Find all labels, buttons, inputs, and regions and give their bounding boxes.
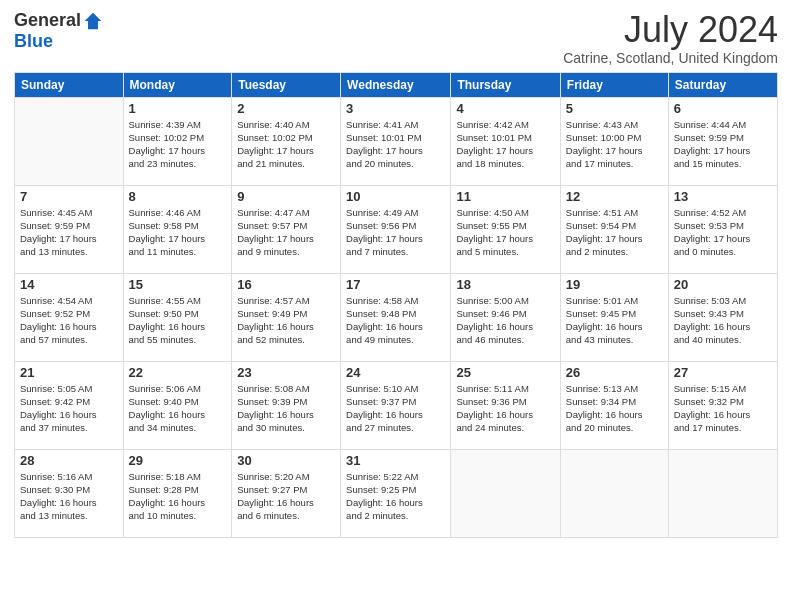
day-number: 15	[129, 277, 227, 292]
day-cell: 19Sunrise: 5:01 AMSunset: 9:45 PMDayligh…	[560, 273, 668, 361]
week-row-1: 1Sunrise: 4:39 AMSunset: 10:02 PMDayligh…	[15, 97, 778, 185]
day-cell: 23Sunrise: 5:08 AMSunset: 9:39 PMDayligh…	[232, 361, 341, 449]
day-info: Sunrise: 5:16 AMSunset: 9:30 PMDaylight:…	[20, 470, 118, 523]
day-cell: 15Sunrise: 4:55 AMSunset: 9:50 PMDayligh…	[123, 273, 232, 361]
day-info: Sunrise: 5:01 AMSunset: 9:45 PMDaylight:…	[566, 294, 663, 347]
day-cell: 29Sunrise: 5:18 AMSunset: 9:28 PMDayligh…	[123, 449, 232, 537]
day-cell: 10Sunrise: 4:49 AMSunset: 9:56 PMDayligh…	[341, 185, 451, 273]
svg-marker-0	[85, 12, 102, 29]
logo-blue-text: Blue	[14, 31, 53, 52]
day-number: 2	[237, 101, 335, 116]
day-info: Sunrise: 5:13 AMSunset: 9:34 PMDaylight:…	[566, 382, 663, 435]
day-number: 21	[20, 365, 118, 380]
day-cell: 12Sunrise: 4:51 AMSunset: 9:54 PMDayligh…	[560, 185, 668, 273]
week-row-4: 21Sunrise: 5:05 AMSunset: 9:42 PMDayligh…	[15, 361, 778, 449]
day-number: 24	[346, 365, 445, 380]
header-cell-thursday: Thursday	[451, 72, 560, 97]
day-number: 5	[566, 101, 663, 116]
day-number: 10	[346, 189, 445, 204]
day-cell: 26Sunrise: 5:13 AMSunset: 9:34 PMDayligh…	[560, 361, 668, 449]
day-info: Sunrise: 4:58 AMSunset: 9:48 PMDaylight:…	[346, 294, 445, 347]
day-cell: 30Sunrise: 5:20 AMSunset: 9:27 PMDayligh…	[232, 449, 341, 537]
day-info: Sunrise: 4:39 AMSunset: 10:02 PMDaylight…	[129, 118, 227, 171]
day-cell: 9Sunrise: 4:47 AMSunset: 9:57 PMDaylight…	[232, 185, 341, 273]
day-info: Sunrise: 5:10 AMSunset: 9:37 PMDaylight:…	[346, 382, 445, 435]
logo-text: General	[14, 10, 103, 31]
day-number: 25	[456, 365, 554, 380]
day-info: Sunrise: 4:55 AMSunset: 9:50 PMDaylight:…	[129, 294, 227, 347]
day-number: 27	[674, 365, 772, 380]
day-info: Sunrise: 4:57 AMSunset: 9:49 PMDaylight:…	[237, 294, 335, 347]
header-cell-wednesday: Wednesday	[341, 72, 451, 97]
day-cell: 2Sunrise: 4:40 AMSunset: 10:02 PMDayligh…	[232, 97, 341, 185]
day-info: Sunrise: 5:06 AMSunset: 9:40 PMDaylight:…	[129, 382, 227, 435]
calendar-table: SundayMondayTuesdayWednesdayThursdayFrid…	[14, 72, 778, 538]
header-row: SundayMondayTuesdayWednesdayThursdayFrid…	[15, 72, 778, 97]
day-cell: 13Sunrise: 4:52 AMSunset: 9:53 PMDayligh…	[668, 185, 777, 273]
day-number: 22	[129, 365, 227, 380]
logo-general: General	[14, 10, 81, 31]
day-info: Sunrise: 5:15 AMSunset: 9:32 PMDaylight:…	[674, 382, 772, 435]
day-cell: 17Sunrise: 4:58 AMSunset: 9:48 PMDayligh…	[341, 273, 451, 361]
day-cell	[668, 449, 777, 537]
day-number: 28	[20, 453, 118, 468]
calendar-body: 1Sunrise: 4:39 AMSunset: 10:02 PMDayligh…	[15, 97, 778, 537]
day-info: Sunrise: 4:41 AMSunset: 10:01 PMDaylight…	[346, 118, 445, 171]
day-info: Sunrise: 4:42 AMSunset: 10:01 PMDaylight…	[456, 118, 554, 171]
week-row-2: 7Sunrise: 4:45 AMSunset: 9:59 PMDaylight…	[15, 185, 778, 273]
day-cell: 24Sunrise: 5:10 AMSunset: 9:37 PMDayligh…	[341, 361, 451, 449]
day-number: 7	[20, 189, 118, 204]
day-number: 3	[346, 101, 445, 116]
day-cell: 31Sunrise: 5:22 AMSunset: 9:25 PMDayligh…	[341, 449, 451, 537]
calendar-header: SundayMondayTuesdayWednesdayThursdayFrid…	[15, 72, 778, 97]
day-number: 13	[674, 189, 772, 204]
logo-blue: Blue	[14, 31, 53, 51]
header-cell-monday: Monday	[123, 72, 232, 97]
week-row-5: 28Sunrise: 5:16 AMSunset: 9:30 PMDayligh…	[15, 449, 778, 537]
subtitle: Catrine, Scotland, United Kingdom	[563, 50, 778, 66]
day-cell: 3Sunrise: 4:41 AMSunset: 10:01 PMDayligh…	[341, 97, 451, 185]
day-cell: 18Sunrise: 5:00 AMSunset: 9:46 PMDayligh…	[451, 273, 560, 361]
day-number: 19	[566, 277, 663, 292]
day-info: Sunrise: 5:03 AMSunset: 9:43 PMDaylight:…	[674, 294, 772, 347]
day-cell: 4Sunrise: 4:42 AMSunset: 10:01 PMDayligh…	[451, 97, 560, 185]
day-number: 14	[20, 277, 118, 292]
day-info: Sunrise: 5:11 AMSunset: 9:36 PMDaylight:…	[456, 382, 554, 435]
month-title: July 2024	[563, 10, 778, 50]
day-cell: 25Sunrise: 5:11 AMSunset: 9:36 PMDayligh…	[451, 361, 560, 449]
day-cell: 5Sunrise: 4:43 AMSunset: 10:00 PMDayligh…	[560, 97, 668, 185]
logo-icon	[83, 11, 103, 31]
day-cell: 11Sunrise: 4:50 AMSunset: 9:55 PMDayligh…	[451, 185, 560, 273]
header-cell-tuesday: Tuesday	[232, 72, 341, 97]
header: General Blue July 2024 Catrine, Scotland…	[14, 10, 778, 66]
day-cell: 14Sunrise: 4:54 AMSunset: 9:52 PMDayligh…	[15, 273, 124, 361]
day-number: 20	[674, 277, 772, 292]
day-number: 12	[566, 189, 663, 204]
day-info: Sunrise: 4:54 AMSunset: 9:52 PMDaylight:…	[20, 294, 118, 347]
day-number: 30	[237, 453, 335, 468]
day-cell: 1Sunrise: 4:39 AMSunset: 10:02 PMDayligh…	[123, 97, 232, 185]
day-number: 26	[566, 365, 663, 380]
day-cell: 28Sunrise: 5:16 AMSunset: 9:30 PMDayligh…	[15, 449, 124, 537]
day-cell: 16Sunrise: 4:57 AMSunset: 9:49 PMDayligh…	[232, 273, 341, 361]
day-info: Sunrise: 5:00 AMSunset: 9:46 PMDaylight:…	[456, 294, 554, 347]
page: General Blue July 2024 Catrine, Scotland…	[0, 0, 792, 612]
day-number: 1	[129, 101, 227, 116]
day-number: 8	[129, 189, 227, 204]
header-cell-saturday: Saturday	[668, 72, 777, 97]
day-number: 23	[237, 365, 335, 380]
day-number: 4	[456, 101, 554, 116]
day-number: 18	[456, 277, 554, 292]
day-cell: 27Sunrise: 5:15 AMSunset: 9:32 PMDayligh…	[668, 361, 777, 449]
day-info: Sunrise: 4:45 AMSunset: 9:59 PMDaylight:…	[20, 206, 118, 259]
day-cell	[15, 97, 124, 185]
day-info: Sunrise: 5:22 AMSunset: 9:25 PMDaylight:…	[346, 470, 445, 523]
title-area: July 2024 Catrine, Scotland, United King…	[563, 10, 778, 66]
day-number: 17	[346, 277, 445, 292]
day-cell: 6Sunrise: 4:44 AMSunset: 9:59 PMDaylight…	[668, 97, 777, 185]
day-cell: 7Sunrise: 4:45 AMSunset: 9:59 PMDaylight…	[15, 185, 124, 273]
day-cell: 20Sunrise: 5:03 AMSunset: 9:43 PMDayligh…	[668, 273, 777, 361]
day-cell	[560, 449, 668, 537]
day-info: Sunrise: 4:52 AMSunset: 9:53 PMDaylight:…	[674, 206, 772, 259]
day-info: Sunrise: 4:40 AMSunset: 10:02 PMDaylight…	[237, 118, 335, 171]
